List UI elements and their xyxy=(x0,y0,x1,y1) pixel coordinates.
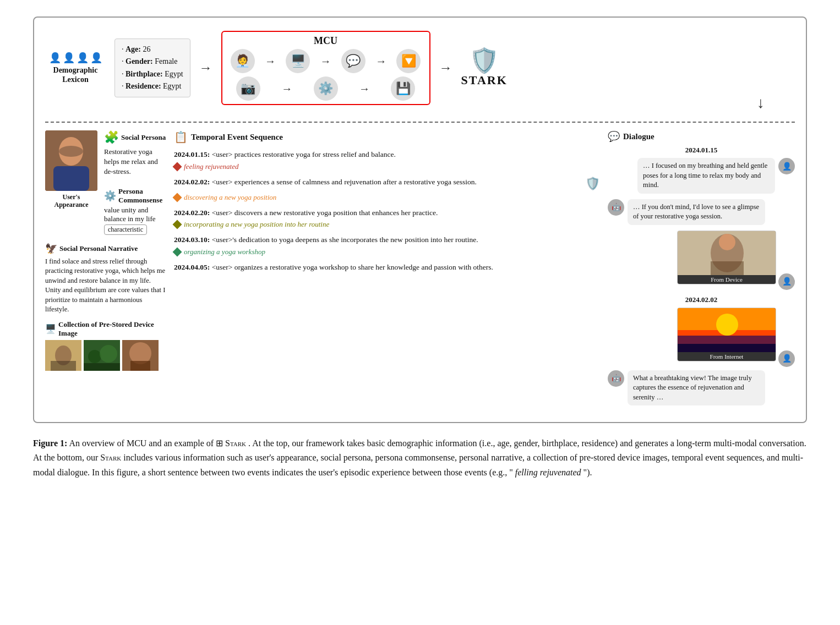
yoga-image xyxy=(678,231,776,275)
persona-icon: 🧩 xyxy=(104,130,119,145)
user-appearance-block: User'sAppearance xyxy=(45,130,97,209)
caption-text-1: An overview of xyxy=(69,438,126,448)
event-block-4: 2024.03.10: <user>'s dedication to yoga … xyxy=(174,234,600,256)
temporal-label: Temporal Event Sequence xyxy=(191,133,283,142)
svg-rect-2 xyxy=(53,166,89,191)
user-avatar-1: 👤 xyxy=(778,158,795,174)
device-images-label: Collection of Pre-Stored Device Image xyxy=(58,320,166,338)
caption-stark: Stark xyxy=(225,438,246,448)
event-2-date: 2024.02.02: xyxy=(174,178,210,186)
event-1-desc: <user> practices restorative yoga for st… xyxy=(212,150,396,158)
mcu-box: MCU 🧑‍💼 → 🖥️ → 💬 → 🔽 📷 → ⚙️ → 💾 xyxy=(221,31,430,105)
event-5-date: 2024.04.05: xyxy=(174,263,210,271)
event-3-desc: <user> discovers a new restorative yoga … xyxy=(212,209,438,217)
birthplace-row: · Birthplace: Egypt xyxy=(122,68,183,80)
commonsense-icon: ⚙️ xyxy=(104,190,116,202)
mcu-icon-person: 🧑‍💼 xyxy=(231,49,255,73)
event-4-tag-text: organizing a yoga workshop xyxy=(184,248,265,256)
restorative-text: Restorative yoga helps me relax and de-s… xyxy=(104,147,166,177)
person-icon-3: 👤 xyxy=(77,52,89,64)
residence-row: · Residence: Egypt xyxy=(122,80,183,92)
mcu-arrow-2: → xyxy=(320,55,331,68)
tag-diamond-2 xyxy=(173,193,182,202)
event-2-row: 2024.02.02: <user> experiences a sense o… xyxy=(174,177,600,191)
image-card-internet: From Internet xyxy=(677,308,776,361)
event-1-tag: feeling rejuvenated xyxy=(174,162,600,171)
persona-commonsense-header: ⚙️ Persona Commonsense xyxy=(104,187,166,205)
mcu-label: MCU xyxy=(228,35,424,47)
mcu-arrow-4: → xyxy=(281,83,292,95)
mcu-icon-camera: 📷 xyxy=(236,76,260,101)
dashed-divider xyxy=(45,122,795,123)
caption-stark-icon: ⊞ xyxy=(216,438,223,448)
dialogue-label: Dialogue xyxy=(623,132,654,141)
arrow-to-mcu: → xyxy=(199,61,212,75)
stark-box: 🛡️ STARK xyxy=(461,49,508,87)
appearance-label: User'sAppearance xyxy=(54,193,89,209)
arrow-to-stark: → xyxy=(439,61,452,75)
event-2-tag: discovering a new yoga position xyxy=(174,193,600,202)
event-3-tag: incorporating a new yoga position into h… xyxy=(174,220,600,229)
device-image-3 xyxy=(122,340,159,371)
event-block-2: 2024.02.02: <user> experiences a sense o… xyxy=(174,177,600,202)
persona-commonsense-label: Persona Commonsense xyxy=(118,187,166,205)
event-4-date: 2024.03.10: xyxy=(174,235,210,244)
person-icon-2: 👤 xyxy=(63,52,75,64)
mcu-icon-device: 💾 xyxy=(391,76,415,101)
demographic-lexicon-label: DemographicLexicon xyxy=(53,66,98,85)
event-2-icon: 🛡️ xyxy=(585,177,600,191)
persona-label: Social Persona xyxy=(121,133,166,142)
people-icons: 👤 👤 👤 👤 xyxy=(49,52,102,64)
event-2-text: 2024.02.02: <user> experiences a sense o… xyxy=(174,177,581,188)
svg-rect-6 xyxy=(51,361,76,371)
temporal-header: 📋 Temporal Event Sequence xyxy=(174,130,600,144)
demographic-lexicon: 👤 👤 👤 👤 DemographicLexicon xyxy=(45,52,106,85)
svg-rect-10 xyxy=(84,363,120,371)
down-arrow-icon: ↓ xyxy=(757,94,765,112)
social-persona-header: 🧩 Social Persona xyxy=(104,130,166,145)
characteristic-badge: characteristic xyxy=(104,224,147,235)
sunset-image xyxy=(678,308,776,352)
right-column: 💬 Dialogue 2024.01.15 👤 … I focused on m… xyxy=(608,130,795,411)
caption-text-4: includes various information such as use… xyxy=(33,453,803,476)
age-label: Age: xyxy=(126,45,141,53)
mcu-arrow-1: → xyxy=(265,55,276,68)
device-images-row xyxy=(45,340,166,371)
event-5-text: 2024.04.05: <user> organizes a restorati… xyxy=(174,262,600,273)
dialogue-entry-ai-1: 🤖 … If you don't mind, I'd love to see a… xyxy=(608,199,795,225)
date-label-1: 2024.01.15 xyxy=(608,146,795,155)
event-3-date: 2024.02.20: xyxy=(174,209,210,217)
image-card-1-container: From Device 👤 xyxy=(608,231,795,290)
dialogue-entry-user-1: 👤 … I focused on my breathing and held g… xyxy=(608,158,795,194)
social-narrative-label: Social Personal Narrative xyxy=(59,244,138,253)
caption-italic: felling rejuvenated xyxy=(515,468,581,477)
mcu-arrow-3: → xyxy=(375,55,386,68)
device-image-1 xyxy=(45,340,81,371)
event-4-text: 2024.03.10: <user>'s dedication to yoga … xyxy=(174,234,600,245)
event-1-date: 2024.01.15: xyxy=(174,150,210,158)
mcu-icons-row: 🧑‍💼 → 🖥️ → 💬 → 🔽 xyxy=(228,49,424,73)
event-1-text: 2024.01.15: <user> practices restorative… xyxy=(174,149,600,160)
user-appearance-photo xyxy=(45,130,97,191)
device-image-2 xyxy=(84,340,120,371)
gender-row: · Gender: Female xyxy=(122,56,183,68)
event-block-1: 2024.01.15: <user> practices restorative… xyxy=(174,149,600,171)
user-avatar-3: 👤 xyxy=(778,350,795,367)
residence-label: Residence: xyxy=(126,82,161,90)
dialogue-entry-ai-2: 🤖 What a breathtaking view! The image tr… xyxy=(608,370,795,406)
mcu-icons-row-2: 📷 → ⚙️ → 💾 xyxy=(228,76,424,101)
date-label-2: 2024.02.02 xyxy=(608,295,795,304)
tag-diamond-4 xyxy=(173,247,182,256)
caption-text-2: and an example of xyxy=(149,438,216,448)
svg-point-9 xyxy=(100,345,117,363)
event-block-3: 2024.02.20: <user> discovers a new resto… xyxy=(174,207,600,229)
persona-commonsense-block: ⚙️ Persona Commonsense value unity and b… xyxy=(104,187,166,235)
social-persona-block: 🧩 Social Persona Restorative yoga helps … xyxy=(104,130,166,237)
gender-label: Gender: xyxy=(126,57,153,65)
svg-rect-16 xyxy=(711,261,744,275)
arrows-stark: → xyxy=(439,61,452,75)
birthplace-value: Egypt xyxy=(165,70,183,78)
device-images-title: 🖥️ Collection of Pre-Stored Device Image xyxy=(45,320,166,338)
svg-point-8 xyxy=(88,350,101,363)
appearance-persona-row: User'sAppearance 🧩 Social Persona Restor… xyxy=(45,130,166,237)
